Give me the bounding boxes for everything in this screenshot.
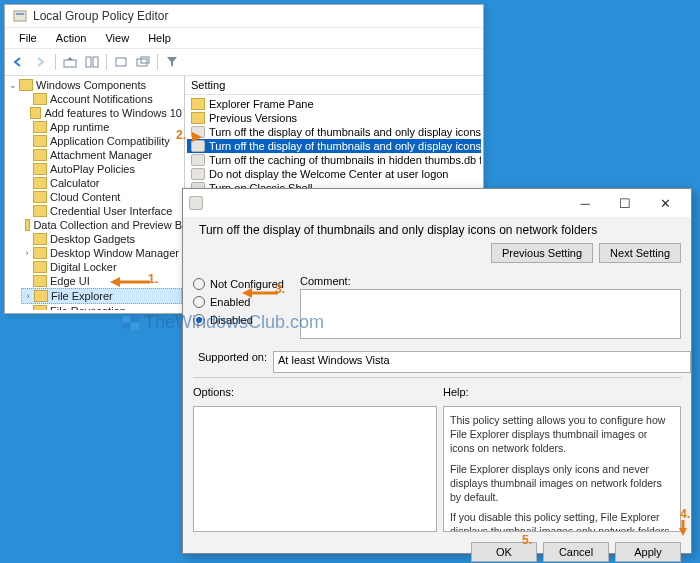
tree-item-label: Credential User Interface xyxy=(50,205,172,217)
folder-icon xyxy=(33,163,47,175)
policy-dialog: ─ ☐ ✕ Turn off the display of thumbnails… xyxy=(182,188,692,554)
radio-enabled[interactable]: Enabled xyxy=(193,293,288,311)
window-title: Local Group Policy Editor xyxy=(33,9,168,23)
menu-action[interactable]: Action xyxy=(48,30,95,46)
list-policy[interactable]: Turn off the display of thumbnails and o… xyxy=(187,139,481,153)
menu-file[interactable]: File xyxy=(11,30,45,46)
tree-item[interactable]: ›File Explorer xyxy=(21,288,182,304)
tree-item[interactable]: Data Collection and Preview B xyxy=(21,218,182,232)
folder-icon xyxy=(33,305,47,310)
radio-disabled[interactable]: Disabled xyxy=(193,311,288,329)
tree-item[interactable]: AutoPlay Policies xyxy=(21,162,182,176)
help-text: This policy setting allows you to config… xyxy=(450,413,674,456)
comment-textarea[interactable] xyxy=(300,289,681,339)
radio-label: Enabled xyxy=(210,296,250,308)
tree-item[interactable]: Add features to Windows 10 xyxy=(21,106,182,120)
tree-item-label: Edge UI xyxy=(50,275,90,287)
cancel-button[interactable]: Cancel xyxy=(543,542,609,562)
export-button[interactable] xyxy=(111,52,131,72)
tree-item[interactable]: Attachment Manager xyxy=(21,148,182,162)
menu-help[interactable]: Help xyxy=(140,30,179,46)
show-hide-button[interactable] xyxy=(82,52,102,72)
svg-rect-7 xyxy=(141,57,149,63)
list-folder[interactable]: Previous Versions xyxy=(187,111,481,125)
tree-item-label: Attachment Manager xyxy=(50,149,152,161)
list-policy[interactable]: Turn off the display of thumbnails and o… xyxy=(187,125,481,139)
apply-button[interactable]: Apply xyxy=(615,542,681,562)
list-header[interactable]: Setting xyxy=(185,76,483,95)
folder-icon xyxy=(33,233,47,245)
help-text: If you disable this policy setting, File… xyxy=(450,510,674,532)
refresh-button[interactable] xyxy=(133,52,153,72)
tree-item[interactable]: App runtime xyxy=(21,120,182,134)
folder-icon xyxy=(34,290,48,302)
list-item-label: Turn off the caching of thumbnails in hi… xyxy=(209,154,481,166)
tree-root-node[interactable]: ⌄ Windows Components xyxy=(7,78,182,92)
supported-value: At least Windows Vista xyxy=(273,351,691,373)
filter-button[interactable] xyxy=(162,52,182,72)
folder-icon xyxy=(33,247,47,259)
tree-item[interactable]: Credential User Interface xyxy=(21,204,182,218)
tree-item-label: Application Compatibility xyxy=(50,135,170,147)
list-item-label: Do not display the Welcome Center at use… xyxy=(209,168,448,180)
list-item-label: Explorer Frame Pane xyxy=(209,98,314,110)
list-item-label: Turn off the display of thumbnails and o… xyxy=(209,140,481,152)
tree-item[interactable]: File Revocation xyxy=(21,304,182,310)
tree-item-label: Cloud Content xyxy=(50,191,120,203)
tree-item[interactable]: ›Desktop Window Manager xyxy=(21,246,182,260)
tree-item[interactable]: Application Compatibility xyxy=(21,134,182,148)
dialog-titlebar[interactable]: ─ ☐ ✕ xyxy=(183,189,691,217)
svg-rect-1 xyxy=(16,13,24,15)
expand-icon[interactable]: › xyxy=(21,248,33,258)
svg-rect-5 xyxy=(116,58,126,66)
options-box[interactable] xyxy=(193,406,437,532)
mmc-titlebar[interactable]: Local Group Policy Editor xyxy=(5,5,483,27)
tree-pane[interactable]: ⌄ Windows Components Account Notificatio… xyxy=(5,76,185,310)
tree-item[interactable]: Edge UI xyxy=(21,274,182,288)
folder-icon xyxy=(25,219,31,231)
folder-icon xyxy=(191,98,205,110)
back-button[interactable] xyxy=(9,52,29,72)
tree-item[interactable]: Desktop Gadgets xyxy=(21,232,182,246)
folder-icon xyxy=(33,149,47,161)
policy-title-row: Turn off the display of thumbnails and o… xyxy=(183,217,691,243)
policy-icon xyxy=(191,126,205,138)
close-button[interactable]: ✕ xyxy=(645,191,685,215)
folder-icon xyxy=(33,191,47,203)
previous-setting-button[interactable]: Previous Setting xyxy=(491,243,593,263)
folder-icon xyxy=(191,112,205,124)
tree-item[interactable]: Calculator xyxy=(21,176,182,190)
next-setting-button[interactable]: Next Setting xyxy=(599,243,681,263)
forward-button[interactable] xyxy=(31,52,51,72)
svg-rect-12 xyxy=(131,315,139,322)
tree-item-label: Account Notifications xyxy=(50,93,153,105)
tree-item[interactable]: Digital Locker xyxy=(21,260,182,274)
minimize-button[interactable]: ─ xyxy=(565,191,605,215)
list-policy[interactable]: Do not display the Welcome Center at use… xyxy=(187,167,481,181)
menu-view[interactable]: View xyxy=(97,30,137,46)
up-button[interactable] xyxy=(60,52,80,72)
separator xyxy=(193,377,681,378)
tree-item-label: Digital Locker xyxy=(50,261,117,273)
radio-not-configured[interactable]: Not Configured xyxy=(193,275,288,293)
expand-icon[interactable]: › xyxy=(22,291,34,301)
list-item-label: Previous Versions xyxy=(209,112,297,124)
tree-item[interactable]: Account Notifications xyxy=(21,92,182,106)
tree-item[interactable]: Cloud Content xyxy=(21,190,182,204)
folder-icon xyxy=(33,275,47,287)
folder-icon xyxy=(19,79,33,91)
svg-rect-2 xyxy=(64,60,76,67)
list-folder[interactable]: Explorer Frame Pane xyxy=(187,97,481,111)
list-policy[interactable]: Turn off the caching of thumbnails in hi… xyxy=(187,153,481,167)
help-box[interactable]: This policy setting allows you to config… xyxy=(443,406,681,532)
folder-icon xyxy=(30,107,41,119)
options-label: Options: xyxy=(193,386,443,398)
maximize-button[interactable]: ☐ xyxy=(605,191,645,215)
policy-icon xyxy=(189,196,203,210)
tree-item-label: Data Collection and Preview B xyxy=(33,219,182,231)
toolbar-sep xyxy=(157,54,158,70)
radio-icon xyxy=(193,278,205,290)
ok-button[interactable]: OK xyxy=(471,542,537,562)
collapse-icon[interactable]: ⌄ xyxy=(7,80,19,90)
watermark-icon xyxy=(122,314,140,332)
